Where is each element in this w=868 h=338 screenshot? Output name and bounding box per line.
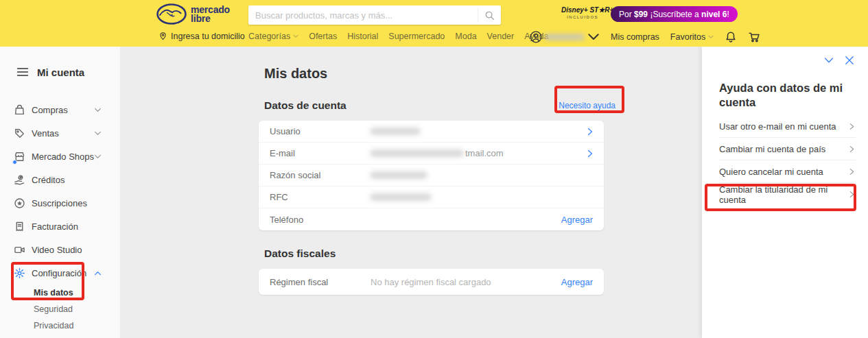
row-action-link[interactable]: Agregar [561, 215, 593, 225]
sidebar-sub-item[interactable]: Privacidad [34, 317, 120, 334]
row-label: E-mail [270, 148, 371, 158]
minimize-chevron-icon[interactable] [824, 56, 834, 65]
help-panel-list: Usar otro e-mail en mi cuenta Cambiar mi… [719, 115, 856, 206]
header-second-row: Ingresa tu domicilio Categorías Ofertas … [0, 27, 868, 47]
table-row: RFC [259, 186, 604, 208]
sidebar-item[interactable]: Mercado Shops [0, 145, 120, 168]
table-row: Teléfono Agregar [259, 208, 604, 230]
help-panel-title: Ayuda con datos de mi cuenta [719, 81, 853, 110]
sidebar-sub-item[interactable]: Comunicaciones [34, 334, 120, 338]
user-nav: Mis compras Favoritos [530, 31, 760, 43]
search-icon [484, 10, 495, 21]
sidebar-item[interactable]: Video Studio [0, 238, 120, 261]
top-header: mercadolibre Disney+ ST★R+ INCLUIDOS Por… [0, 0, 868, 47]
row-action-link[interactable]: Agregar [561, 277, 593, 287]
row-label: Teléfono [270, 215, 371, 225]
table-row: E-mail tmail.com [259, 143, 604, 165]
logo-wordmark: mercadolibre [191, 5, 230, 23]
help-panel-item[interactable]: Usar otro e-mail en mi cuenta [719, 115, 856, 138]
nav-item[interactable]: Moda [455, 32, 476, 41]
search-input[interactable] [248, 10, 478, 21]
chevron-right-icon[interactable] [587, 128, 593, 136]
disney-star-badge: Disney+ ST★R+ INCLUIDOS [561, 6, 604, 19]
gear-icon [14, 267, 25, 279]
redacted-value [371, 193, 431, 201]
chevron-down-icon [94, 108, 102, 112]
table-row: Régimen fiscal No hay régimen fiscal car… [259, 269, 604, 295]
row-value: tmail.com [371, 148, 587, 158]
notifications-bell-icon[interactable] [725, 31, 737, 43]
value-suffix: tmail.com [465, 148, 504, 158]
sidebar-item[interactable]: Configuración [0, 261, 120, 285]
bag-icon [14, 104, 25, 116]
sidebar-item[interactable]: Ventas [0, 121, 120, 145]
redacted-value [371, 171, 427, 179]
chevron-right-icon [849, 191, 854, 198]
account-data-card: Usuario E-mail tmail.com [259, 121, 604, 230]
help-panel-item[interactable]: Cambiar mi cuenta de país [719, 138, 856, 160]
help-panel-item[interactable]: Cambiar la titularidad de mi cuenta [719, 183, 856, 206]
redacted-value [371, 149, 463, 157]
necesito-ayuda-link[interactable]: Necesito ayuda [559, 101, 615, 110]
location-label: Ingresa tu domicilio [171, 32, 245, 41]
page-title: Mis datos [259, 66, 604, 82]
chevron-down-icon [94, 131, 102, 136]
tag-icon [14, 128, 25, 139]
username-redacted [546, 34, 584, 40]
nav-item[interactable]: Ofertas [309, 32, 337, 41]
value-placeholder: No hay régimen fiscal cargado [371, 277, 491, 287]
row-value: No hay régimen fiscal cargado [371, 277, 561, 287]
location-link[interactable]: Ingresa tu domicilio [159, 31, 245, 41]
chevron-down-icon [293, 34, 298, 38]
mis-compras-link[interactable]: Mis compras [611, 32, 659, 42]
chevron-right-icon [849, 123, 854, 130]
row-label: RFC [270, 192, 371, 202]
sidebar-item[interactable]: Compras [0, 98, 120, 121]
disney-included-text: INCLUIDOS [561, 15, 604, 19]
panel-controls [824, 56, 854, 65]
row-label: Usuario [270, 126, 371, 136]
help-panel-item[interactable]: Quiero cancelar mi cuenta [719, 160, 856, 183]
nav-item[interactable]: Categorías [248, 32, 298, 41]
sidebar-nav: Compras Ventas Mercado Shops Créditos [0, 98, 120, 285]
row-value [371, 128, 587, 135]
star-badge-icon [14, 197, 25, 209]
favoritos-menu[interactable]: Favoritos [670, 32, 714, 42]
main-content: Mis datos Datos de cuenta Necesito ayuda… [120, 47, 702, 338]
section-heading-fiscal: Datos fiscales [259, 248, 604, 260]
table-row: Razón social [259, 165, 604, 186]
chevron-right-icon[interactable] [587, 149, 593, 158]
row-value [371, 171, 593, 179]
row-label: Razón social [270, 170, 371, 180]
nav-item[interactable]: Historial [347, 32, 378, 41]
mercadolibre-logo[interactable]: mercadolibre [156, 3, 230, 25]
location-pin-icon [159, 31, 167, 41]
sidebar-header: Mi cuenta [0, 47, 120, 78]
sidebar-title: Mi cuenta [37, 67, 84, 78]
search-button[interactable] [478, 8, 501, 22]
account-menu[interactable] [530, 31, 600, 43]
main-nav: Categorías Ofertas Historial Supermercad… [248, 32, 548, 41]
section-heading-account: Datos de cuenta [264, 99, 347, 112]
account-sidebar: Mi cuenta Compras Ventas Mercado Shops [0, 47, 120, 338]
chevron-down-icon [587, 31, 600, 43]
hamburger-menu-icon[interactable] [16, 67, 29, 77]
close-icon[interactable] [845, 56, 854, 65]
storefront-icon [14, 151, 25, 162]
chevron-right-icon [849, 145, 854, 153]
sidebar-item[interactable]: Suscripciones [0, 191, 120, 215]
cart-icon[interactable] [748, 31, 760, 43]
nav-item[interactable]: Supermercado [388, 32, 445, 41]
row-label: Régimen fiscal [270, 277, 371, 287]
chevron-right-icon [849, 168, 854, 176]
sidebar-item[interactable]: Créditos [0, 168, 120, 191]
chevron-down-icon [708, 35, 714, 39]
fiscal-data-card: Régimen fiscal No hay régimen fiscal car… [259, 269, 604, 295]
video-camera-icon [14, 244, 25, 256]
nav-item[interactable]: Vender [487, 32, 515, 41]
sidebar-sub-item[interactable]: Seguridad [34, 301, 120, 317]
hand-coin-icon [14, 174, 25, 186]
sidebar-item[interactable]: Facturación [0, 215, 120, 238]
sidebar-sub-item[interactable]: Mis datos [34, 285, 120, 301]
subscribe-promo-pill[interactable]: Por $99 ¡Suscríbete a nivel 6! [611, 6, 738, 22]
